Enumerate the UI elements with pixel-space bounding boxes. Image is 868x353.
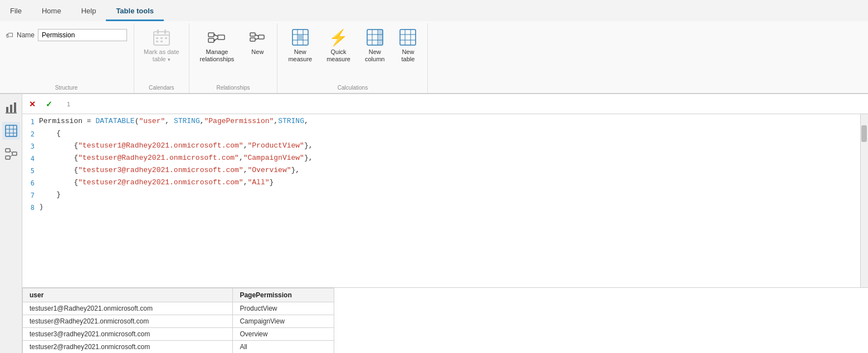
code-token: "All"	[247, 178, 269, 187]
calendars-label: Calendars	[139, 82, 184, 92]
table-header: user	[23, 288, 233, 302]
tab-help[interactable]: Help	[71, 2, 106, 21]
calendars-buttons: Mark as date table ▾	[139, 26, 184, 82]
svg-rect-26	[298, 35, 303, 40]
editor-container: 1Permission = DATATABLE("user", STRING,"…	[22, 114, 868, 287]
new-relationship-label: New	[251, 48, 264, 56]
code-token: },	[304, 154, 313, 162]
mark-as-date-table-button[interactable]: Mark as date table ▾	[139, 26, 184, 66]
line-number: 6	[22, 178, 39, 187]
tab-table-tools[interactable]: Table tools	[106, 2, 164, 21]
code-token: "testuser2@radhey2021.onmicrosoft.com"	[78, 178, 243, 187]
svg-rect-5	[160, 37, 163, 39]
sidebar-icon-model[interactable]	[2, 145, 20, 163]
manage-relationships-button[interactable]: Manage relationships	[194, 26, 241, 66]
code-token: ,	[200, 117, 204, 125]
new-measure-label: New measure	[288, 48, 312, 63]
quick-measure-button[interactable]: ⚡ Quick measure	[320, 26, 357, 66]
ribbon-content: 🏷 Name Structure	[0, 21, 868, 94]
new-column-icon	[366, 28, 384, 46]
formula-cancel-button[interactable]: ✕	[26, 97, 39, 111]
code-token: },	[304, 141, 313, 150]
line-number: 7	[22, 190, 39, 199]
table-row: testuser@Radhey2021.onmicrosoft.comCampa…	[23, 315, 334, 328]
calculations-buttons: New measure ⚡ Quick measure	[282, 26, 423, 82]
svg-rect-9	[208, 33, 214, 37]
line-number: 8	[22, 203, 39, 212]
new-table-button[interactable]: New table	[393, 26, 423, 66]
line-number: 5	[22, 166, 39, 175]
code-token: {	[39, 129, 61, 138]
code-content: {"testuser1@Radhey2021.onmicrosoft.com",…	[39, 141, 860, 150]
code-token: "CampaignView"	[243, 154, 304, 162]
calendar-icon	[153, 28, 170, 46]
svg-rect-47	[6, 149, 10, 152]
line-number: 1	[22, 117, 39, 126]
lightning-icon: ⚡	[329, 28, 348, 47]
code-token: }	[270, 178, 274, 187]
new-measure-button[interactable]: New measure	[282, 26, 318, 66]
name-label: Name	[17, 31, 35, 39]
code-content: {"testuser@Radhey2021.onmicrosoft.com","…	[39, 154, 860, 162]
calendar-svg	[153, 28, 170, 46]
formula-confirm-button[interactable]: ✓	[42, 97, 56, 111]
scrollbar-thumb[interactable]	[861, 125, 867, 142]
table-cell: ProductView	[233, 302, 334, 315]
code-token: STRING	[278, 117, 304, 125]
new-relationship-button[interactable]: New	[242, 26, 272, 58]
name-input[interactable]	[38, 29, 127, 41]
new-table-svg	[399, 29, 416, 46]
ribbon: File Home Help Table tools 🏷 Name Struct…	[0, 0, 868, 94]
relationships-buttons: Manage relationships New	[194, 26, 273, 82]
table-row: testuser2@radhey2021.onmicrosoft.comAll	[23, 341, 334, 354]
svg-point-15	[214, 40, 216, 41]
formula-line-number: 1	[59, 101, 70, 107]
code-line: 2 {	[22, 129, 860, 141]
svg-rect-33	[400, 30, 416, 45]
svg-rect-10	[208, 38, 214, 42]
data-table-area: userPagePermissiontestuser1@Radhey2021.o…	[22, 287, 868, 353]
svg-rect-2	[157, 30, 159, 34]
code-token: ,	[165, 117, 174, 125]
tab-file[interactable]: File	[0, 2, 32, 21]
relationships-icon	[208, 28, 226, 46]
name-label-row: 🏷 Name	[6, 29, 127, 41]
svg-rect-40	[14, 102, 16, 112]
data-table: userPagePermissiontestuser1@Radhey2021.o…	[22, 288, 334, 353]
relationships-svg	[208, 28, 226, 46]
quick-measure-icon: ⚡	[330, 28, 348, 46]
manage-relationships-label: Manage relationships	[200, 48, 235, 63]
table-icon	[5, 125, 17, 137]
new-relationship-icon	[248, 28, 266, 46]
code-token: "user"	[139, 117, 165, 125]
svg-line-19	[255, 35, 259, 36]
svg-rect-16	[250, 33, 255, 36]
code-token: DATATABLE	[95, 117, 134, 125]
table-cell: testuser@Radhey2021.onmicrosoft.com	[23, 315, 233, 328]
table-cell: testuser3@radhey2021.onmicrosoft.com	[23, 328, 233, 341]
svg-line-20	[255, 38, 259, 40]
code-token: "testuser1@Radhey2021.onmicrosoft.com"	[78, 141, 243, 150]
code-token: ,	[239, 154, 243, 162]
code-line: 3 {"testuser1@Radhey2021.onmicrosoft.com…	[22, 141, 860, 153]
code-token: {	[39, 178, 78, 187]
svg-rect-39	[10, 105, 12, 112]
svg-rect-7	[156, 41, 158, 42]
sidebar-icon-chart[interactable]	[2, 99, 20, 116]
scrollbar[interactable]	[860, 114, 868, 287]
tab-home[interactable]: Home	[32, 2, 71, 21]
line-number: 2	[22, 129, 39, 138]
table-cell: testuser2@radhey2021.onmicrosoft.com	[23, 341, 233, 354]
main-container: ✕ ✓ 1 1Permission = DATATABLE("user", ST…	[0, 94, 868, 353]
table-header: PagePermission	[233, 288, 334, 302]
code-line: 4 {"testuser@Radhey2021.onmicrosoft.com"…	[22, 153, 860, 165]
sidebar-icon-table[interactable]	[2, 122, 20, 140]
code-token: )	[39, 203, 43, 211]
new-column-button[interactable]: New column	[359, 26, 391, 66]
code-content: }	[39, 190, 860, 199]
code-token: },	[291, 166, 300, 174]
code-token: {	[39, 154, 78, 162]
new-measure-svg	[292, 29, 309, 46]
code-editor[interactable]: 1Permission = DATATABLE("user", STRING,"…	[22, 114, 860, 287]
code-line: 8)	[22, 202, 860, 214]
